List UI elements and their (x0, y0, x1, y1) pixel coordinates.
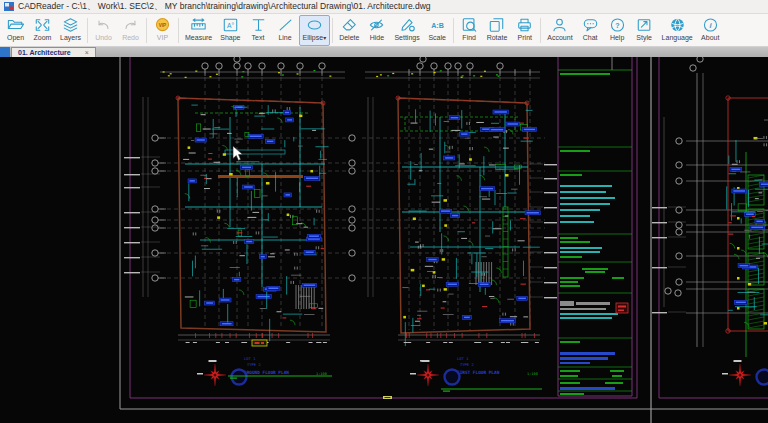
svg-text:A°: A° (227, 22, 234, 29)
style-icon (635, 17, 654, 33)
shape-icon: A° (221, 17, 240, 33)
ellipse-icon (305, 17, 324, 33)
layers-icon (61, 17, 80, 33)
vip-button[interactable]: VIPVIP (149, 15, 176, 46)
layers-button[interactable]: Layers (56, 15, 85, 46)
toolbar-separator (178, 18, 179, 43)
chat-button[interactable]: Chat (577, 15, 604, 46)
measure-label: Measure (185, 33, 212, 42)
print-button[interactable]: Print (511, 15, 538, 46)
plan-2-lot: LOT 1 (457, 356, 469, 361)
open-label: Open (7, 33, 24, 42)
redo-button: Redo (117, 15, 144, 46)
layers-label: Layers (60, 33, 81, 42)
app-icon (4, 2, 14, 11)
account-button[interactable]: Account (543, 15, 576, 46)
tab-close-icon[interactable]: × (85, 49, 89, 56)
text-label: Text (252, 33, 265, 42)
floor-plan-1 (124, 57, 355, 386)
rotate-button[interactable]: Rotate (483, 15, 512, 46)
toolbar-separator (332, 18, 333, 43)
zoom-button[interactable]: Zoom (29, 15, 56, 46)
chat-label: Chat (583, 33, 598, 42)
plan-2-scale: 1:100 (527, 372, 538, 376)
plan-1-type: TYPE 2 (247, 362, 261, 367)
delete-button[interactable]: Delete (335, 15, 363, 46)
line-button[interactable]: Line (272, 15, 299, 46)
text-button[interactable]: Text (245, 15, 272, 46)
plan-2-type: TYPE 2 (460, 362, 474, 367)
ellipse-label: Ellipse▾ (303, 33, 327, 43)
print-label: Print (518, 33, 532, 42)
find-button[interactable]: Find (456, 15, 483, 46)
plan-2-title: FIRST FLOOR PLAN (457, 370, 500, 375)
titlebar: CADReader - C:\1、 Work\1. SEC\2、 MY bran… (0, 0, 768, 14)
scale-label: Scale (428, 33, 446, 42)
style-button[interactable]: Style (631, 15, 658, 46)
settings-label: Settings (394, 33, 419, 42)
help-button[interactable]: ?Help (604, 15, 631, 46)
ellipse-button[interactable]: Ellipse▾ (299, 15, 331, 46)
measure-button[interactable]: Measure (181, 15, 216, 46)
vip-label: VIP (157, 33, 168, 42)
undo-label: Undo (95, 33, 112, 42)
undo-button: Undo (90, 15, 117, 46)
undo-icon (94, 17, 113, 33)
about-button[interactable]: iAbout (697, 15, 724, 46)
toolbar-separator (87, 18, 88, 43)
print-icon (515, 17, 534, 33)
find-icon (460, 17, 479, 33)
toolbar-separator (146, 18, 147, 43)
svg-text:VIP: VIP (159, 23, 166, 28)
open-icon (6, 17, 25, 33)
shape-label: Shape (220, 33, 240, 42)
toolbar-separator (540, 18, 541, 43)
hide-icon (367, 17, 386, 33)
scale-button[interactable]: A:BScale (424, 15, 451, 46)
dropdown-arrow-icon: ▾ (323, 35, 326, 41)
floor-plan-right-partial (652, 57, 768, 386)
plan-1-caption: LOT 1 TYPE 2 GROUND FLOOR PLAN 1:100 (244, 356, 327, 376)
plan-1-lot: LOT 1 (244, 356, 256, 361)
plan-2-caption: LOT 1 TYPE 2 FIRST FLOOR PLAN 1:100 (457, 356, 538, 376)
tab-scroll-button[interactable] (0, 47, 10, 57)
svg-text:A:B: A:B (431, 22, 444, 30)
settings-button[interactable]: Settings (390, 15, 423, 46)
tabbar: 01. Architecture × (0, 47, 768, 57)
tab-label: 01. Architecture (18, 49, 71, 56)
line-label: Line (278, 33, 291, 42)
hide-button[interactable]: Hide (363, 15, 390, 46)
language-label: Language (662, 33, 693, 42)
shape-button[interactable]: A°Shape (216, 15, 244, 46)
language-button[interactable]: Language (658, 15, 697, 46)
rotate-icon (487, 17, 506, 33)
title-block (558, 57, 632, 396)
style-label: Style (636, 33, 652, 42)
zoom-label: Zoom (34, 33, 52, 42)
window-title: CADReader - C:\1、 Work\1. SEC\2、 MY bran… (18, 1, 431, 13)
svg-text:?: ? (615, 22, 619, 30)
zoom-icon (33, 17, 52, 33)
toolbar: OpenZoomLayersUndoRedoVIPVIPMeasureA°Sha… (0, 14, 768, 47)
scale-icon: A:B (428, 17, 447, 33)
help-icon: ? (608, 17, 627, 33)
about-label: About (701, 33, 719, 42)
settings-icon (398, 17, 417, 33)
drawing-canvas[interactable]: LOT 1 TYPE 2 GROUND FLOOR PLAN 1:100 LOT… (0, 57, 768, 423)
delete-label: Delete (339, 33, 359, 42)
floor-plan-2 (362, 57, 557, 392)
open-button[interactable]: Open (2, 15, 29, 46)
plan-1-scale: 1:100 (316, 372, 327, 376)
chat-icon (581, 17, 600, 33)
plan-1-title: GROUND FLOOR PLAN (244, 370, 289, 375)
mouse-cursor (233, 146, 243, 160)
toolbar-separator (453, 18, 454, 43)
redo-icon (121, 17, 140, 33)
rotate-label: Rotate (487, 33, 508, 42)
measure-icon (189, 17, 208, 33)
svg-text:i: i (709, 21, 712, 30)
delete-icon (340, 17, 359, 33)
tab-architecture[interactable]: 01. Architecture × (11, 47, 96, 57)
language-icon (668, 17, 687, 33)
text-icon (249, 17, 268, 33)
